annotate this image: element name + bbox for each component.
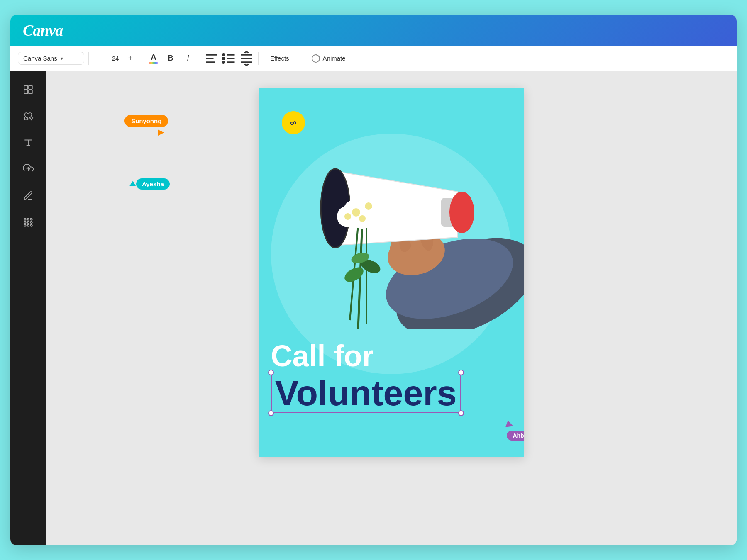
apps-icon (23, 217, 34, 228)
sunyonng-arrow-icon: ▶ (158, 127, 164, 137)
toolbar-divider-4 (258, 52, 259, 65)
font-size-value: 24 (110, 55, 121, 62)
canvas-call-for-text: Call for (271, 341, 512, 371)
line-spacing-button[interactable] (239, 51, 254, 66)
list-icon (222, 51, 237, 66)
list-button[interactable] (222, 51, 237, 66)
svg-rect-13 (24, 85, 28, 89)
text-icon (23, 137, 34, 148)
sidebar-item-apps[interactable] (17, 211, 40, 234)
canvas-volunteers-text: Volunteers (271, 373, 461, 413)
upload-icon (23, 164, 34, 175)
megaphone-svg (259, 88, 524, 329)
text-color-bar (149, 62, 158, 64)
title-bar: Canva (10, 15, 737, 46)
animate-button[interactable]: Animate (305, 51, 352, 66)
increase-font-size-button[interactable]: + (123, 51, 138, 66)
effects-button[interactable]: Effects (263, 52, 297, 64)
sunyonng-label: Sunyonng (124, 115, 168, 127)
svg-point-22 (24, 222, 26, 223)
canvas-text-area: Call for Volunteers (259, 333, 524, 457)
sidebar-item-elements[interactable] (17, 105, 40, 128)
svg-point-8 (222, 61, 225, 63)
toolbar-divider-5 (301, 52, 301, 65)
svg-point-27 (30, 224, 32, 226)
svg-point-57 (359, 215, 366, 222)
svg-point-6 (222, 54, 225, 56)
sidebar-item-uploads[interactable] (17, 158, 40, 181)
toolbar-divider-2 (142, 52, 142, 65)
text-color-button[interactable]: A (146, 51, 161, 66)
toolbar-divider-3 (200, 52, 200, 65)
svg-point-24 (30, 222, 32, 223)
ayesha-label: Ayesha (136, 178, 170, 190)
sidebar-item-templates[interactable] (17, 78, 40, 101)
svg-rect-15 (24, 90, 28, 94)
sidebar (10, 71, 46, 545)
main-area: Sunyonng ▶ ◀ Ayesha ∞ (10, 71, 737, 545)
ayesha-arrow-icon: ◀ (127, 178, 136, 189)
svg-point-21 (30, 218, 32, 220)
ayesha-cursor: ◀ Ayesha (129, 178, 170, 190)
svg-point-7 (222, 57, 225, 59)
animate-icon (311, 54, 320, 63)
ahbi-cursor: ▶ Ahbi (507, 419, 524, 441)
font-size-control: − 24 + (93, 51, 138, 66)
svg-point-19 (24, 218, 26, 220)
svg-rect-16 (29, 90, 32, 94)
svg-point-26 (27, 224, 29, 226)
italic-button[interactable]: I (181, 51, 195, 66)
grid-icon (23, 84, 34, 95)
text-color-a-icon: A (151, 53, 156, 61)
svg-point-20 (27, 218, 29, 220)
svg-point-56 (344, 213, 351, 220)
selection-handle-br (458, 410, 464, 416)
toolbar: Canva Sans ▾ − 24 + A B I (10, 46, 737, 71)
ahbi-arrow-icon: ▶ (505, 418, 515, 431)
canva-logo: Canva (23, 21, 63, 39)
align-left-button[interactable] (204, 51, 219, 66)
svg-point-25 (24, 224, 26, 226)
svg-point-54 (352, 208, 360, 217)
selection-handle-tl (268, 370, 274, 375)
svg-rect-14 (29, 85, 32, 89)
canvas-area[interactable]: Sunyonng ▶ ◀ Ayesha ∞ (46, 71, 737, 545)
bold-button[interactable]: B (163, 51, 178, 66)
svg-point-55 (365, 202, 372, 210)
pen-icon (23, 190, 34, 201)
design-canvas[interactable]: ∞ (259, 88, 524, 457)
megaphone-illustration (259, 88, 524, 329)
decrease-font-size-button[interactable]: − (93, 51, 108, 66)
toolbar-divider-1 (88, 52, 89, 65)
svg-marker-18 (29, 117, 33, 120)
sidebar-item-draw[interactable] (17, 184, 40, 207)
chevron-down-icon: ▾ (61, 56, 63, 61)
app-container: Canva Canva Sans ▾ − 24 + A B (10, 15, 737, 545)
selection-handle-tr (458, 370, 464, 375)
font-family-select[interactable]: Canva Sans ▾ (18, 52, 84, 65)
ahbi-label: Ahbi (507, 431, 524, 441)
selection-handle-bl (268, 410, 274, 416)
svg-point-23 (27, 222, 29, 223)
sunyonng-cursor: Sunyonng ▶ (124, 115, 168, 137)
shapes-icon (23, 111, 34, 122)
svg-point-43 (449, 192, 474, 233)
sidebar-item-text[interactable] (17, 131, 40, 154)
align-left-icon (204, 51, 219, 66)
line-spacing-icon (239, 51, 254, 66)
font-family-label: Canva Sans (23, 55, 57, 62)
